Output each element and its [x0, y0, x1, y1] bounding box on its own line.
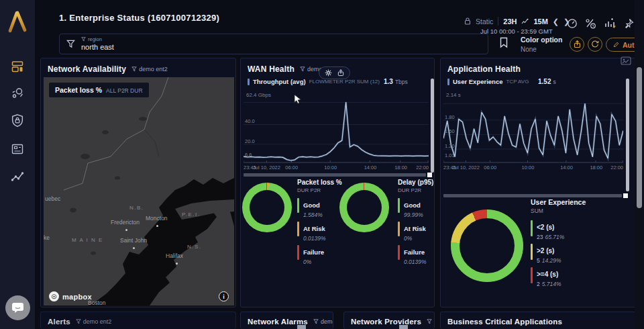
export-icon[interactable] — [337, 69, 344, 77]
donut-title: Packet loss % — [297, 179, 342, 186]
donut-title: User Experience — [531, 198, 586, 206]
panel-media-icon[interactable] — [621, 56, 631, 65]
color-option-value: None — [521, 46, 562, 53]
x-axis-tick: 18:00 — [590, 164, 602, 171]
region-filter[interactable]: region north east — [59, 34, 488, 54]
donut-subtitle: DUR P2R — [297, 187, 342, 193]
mode-label: Static — [476, 17, 493, 26]
map-label: Boston — [88, 299, 105, 306]
x-axis-tick: 10:00 — [324, 164, 337, 171]
filter-label: region — [81, 37, 114, 42]
horizontal-scrollbar[interactable] — [244, 173, 426, 177]
panel-filter-chip[interactable]: demo ent2 — [131, 66, 168, 73]
funnel-icon — [76, 319, 81, 324]
refresh-button[interactable] — [588, 37, 602, 52]
y-axis-tick: 1.80 — [445, 114, 455, 120]
vertical-scrollbar[interactable] — [626, 79, 629, 191]
y-axis-tick: 1.20 — [445, 143, 455, 149]
panel-network-providers: Network Providers de — [343, 312, 435, 329]
topbar-actions — [567, 17, 644, 29]
panel-network-availability: Network Availability demo ent2 — [40, 58, 236, 308]
donut-hole — [460, 218, 515, 273]
y-axis-tick: 40.0 — [245, 118, 255, 124]
map-label: uebec — [45, 195, 60, 202]
sidebar-item-topology[interactable] — [11, 86, 25, 100]
y-axis-tick: 1.50 — [445, 128, 455, 134]
sidebar-item-analytics[interactable] — [10, 170, 25, 184]
map-label: P.E.I. — [182, 211, 201, 218]
panel-filter-chip[interactable]: demo e — [313, 318, 333, 325]
pin-icon[interactable] — [623, 18, 634, 29]
panel-title: Network Availability — [48, 64, 126, 74]
sidebar-item-security[interactable] — [11, 113, 25, 128]
funnel-icon — [131, 66, 137, 72]
panel-alerts: Alerts demo ent2 — [40, 312, 236, 329]
map-label: M A I N E — [72, 237, 103, 243]
page-title: 1. Enterprise Status (1607100712329) — [59, 13, 219, 23]
packet-loss-legend: Packet loss % DUR P2R Good1.584% At Risk… — [297, 179, 342, 269]
donut-hole — [250, 190, 284, 225]
chat-widget-button[interactable] — [5, 295, 30, 320]
y-axis-tick: 20.0 — [245, 138, 255, 144]
panel-header: Network Availability demo ent2 — [41, 58, 235, 74]
panel-header: Network Providers de — [344, 312, 434, 326]
map-info-button[interactable]: i — [219, 291, 229, 301]
legend-swatch — [398, 198, 400, 213]
user-experience-chart[interactable]: 1.801.501.201.0123:45Jul 10, 202206:0010… — [443, 99, 623, 163]
map-city-dot — [125, 229, 127, 231]
share-button[interactable] — [570, 37, 584, 52]
panel-network-alarms: Network Alarms demo e — [240, 312, 333, 329]
series-legend: Throughput (avg) FLOWMETER P2R SUM (12) — [248, 78, 380, 85]
scrollbar-corner — [427, 173, 432, 177]
vertical-scrollbar[interactable] — [431, 79, 434, 173]
percent-threshold-icon[interactable] — [585, 18, 596, 29]
map-canvas[interactable]: Packet loss % ALL P2R DUR ☉ mapbox i ueb… — [44, 77, 234, 306]
throughput-chart[interactable]: 40.020.06.623:45Jul 10, 202206:0010:0014… — [244, 99, 429, 163]
gauge-icon[interactable] — [567, 18, 578, 29]
clipped-content — [399, 325, 408, 329]
series-color-swatch — [248, 79, 250, 85]
horizontal-scrollbar[interactable] — [443, 194, 622, 197]
legend-item: Failure0% — [297, 245, 342, 265]
user-experience-legend: User Experience SUM <2 (s) 2365.71% >2 (… — [531, 198, 586, 291]
filter-value: north east — [81, 44, 114, 51]
scrollbar-corner — [623, 193, 628, 198]
sidebar-item-dashboards[interactable] — [11, 60, 25, 73]
sidebar-item-reports[interactable] — [11, 142, 25, 156]
legend-item: >=4 (s) 25.714% — [531, 267, 586, 287]
panel-filter-chip[interactable]: de — [427, 318, 435, 325]
legend-item: Good99.99% — [398, 198, 433, 218]
y-axis-tick: 1.01 — [445, 152, 455, 158]
gear-icon[interactable] — [325, 69, 332, 77]
map-label: Moncton — [146, 215, 168, 222]
series-color-swatch — [447, 79, 449, 85]
x-axis-tick: 22:00 — [416, 164, 429, 171]
series-current-value: 1.3Tbps — [384, 78, 408, 85]
panel-header: Application Health — [441, 58, 635, 74]
line-chart-svg — [244, 99, 429, 163]
color-option[interactable]: Color option None — [521, 36, 562, 53]
panel-business-critical-applications: Business Critical Applications — [440, 312, 636, 329]
app-logo-icon[interactable] — [7, 10, 28, 33]
chat-bubble-icon — [11, 302, 24, 314]
panel-filter-chip[interactable]: demo ent2 — [76, 318, 112, 325]
refresh-icon — [591, 40, 599, 48]
map-attribution[interactable]: ☉ mapbox — [49, 291, 92, 301]
bookmark-icon[interactable] — [499, 37, 508, 48]
packet-loss-donut — [242, 183, 292, 232]
user-experience-donut — [451, 209, 523, 282]
date-range-label: Jul 10 00:00 - 23:59 GMT — [480, 28, 553, 35]
map-label: N.B. — [129, 205, 144, 211]
delay-donut — [339, 183, 389, 232]
map-label: N.S. — [187, 244, 202, 250]
funnel-icon — [313, 319, 319, 324]
panel-title: Alerts — [48, 318, 70, 326]
time-back-button[interactable]: ❮ — [553, 18, 559, 25]
funnel-icon — [427, 319, 432, 324]
legend-swatch — [531, 244, 533, 260]
x-axis-tick: 14:00 — [364, 164, 377, 171]
series-current-value: 1.52s — [538, 78, 556, 85]
page-scrollbar-thumb[interactable] — [637, 67, 642, 208]
chart-insights-icon[interactable] — [604, 17, 616, 29]
duration-hours: 23H — [503, 17, 517, 26]
